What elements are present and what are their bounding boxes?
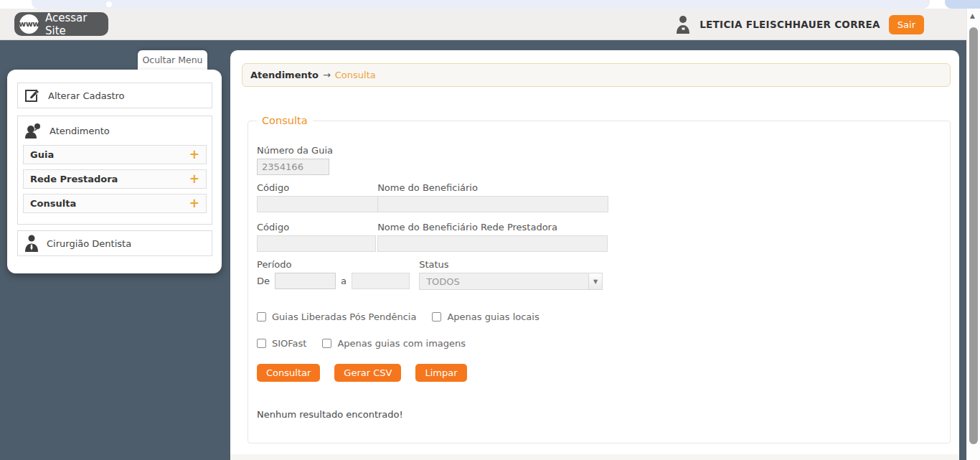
codigo-rede-label: Código <box>257 222 374 233</box>
panel-bottom-strip <box>230 454 959 460</box>
sidebar-item-label: Cirurgião Dentista <box>47 238 131 249</box>
limpar-button[interactable]: Limpar <box>415 364 466 382</box>
nome-beneficiario-input[interactable] <box>377 196 608 212</box>
numero-guia-input[interactable] <box>257 159 329 175</box>
page-scrollbar[interactable]: ▲ <box>966 9 980 460</box>
sidebar-item-consulta[interactable]: Consulta + <box>23 194 207 213</box>
favicon-dot <box>106 1 112 7</box>
apenas-guias-imagens-label: Apenas guias com imagens <box>337 338 466 349</box>
sidebar-item-rede-prestadora[interactable]: Rede Prestadora + <box>23 169 207 189</box>
scrollbar-up-arrow-icon[interactable]: ▲ <box>970 12 975 19</box>
nome-beneficiario-label: Nome do Beneficiário <box>377 182 608 193</box>
logout-button[interactable]: Sair <box>889 15 924 34</box>
accordion-label: Guia <box>30 149 54 160</box>
chevron-down-icon[interactable]: ▼ <box>588 273 602 289</box>
breadcrumb-arrow-icon: → <box>323 70 331 80</box>
sidebar-group-label: Atendimento <box>50 126 110 136</box>
status-select[interactable]: TODOS ▼ <box>419 273 603 290</box>
main-content-panel: Atendimento → Consulta Consulta Número d… <box>230 50 959 460</box>
breadcrumb-current[interactable]: Consulta <box>335 70 376 80</box>
checkbox-row-1: Guias Liberadas Pós Pendência Apenas gui… <box>257 311 550 322</box>
sidebar-item-atendimento[interactable]: Atendimento <box>18 116 212 145</box>
accordion-label: Consulta <box>30 198 76 209</box>
access-site-label: Acessar Site <box>45 11 108 37</box>
periodo-a-label: a <box>341 276 347 286</box>
rede-prestadora-row: Código Nome do Beneficiário Rede Prestad… <box>257 222 608 252</box>
action-buttons: Consultar Gerar CSV Limpar <box>257 364 467 382</box>
periodo-de-label: De <box>257 276 270 286</box>
sidebar-item-guia[interactable]: Guia + <box>23 145 207 164</box>
breadcrumb-section: Atendimento <box>250 70 319 80</box>
dentist-icon <box>24 235 39 252</box>
user-icon <box>675 15 691 34</box>
beneficiario-row: Código Nome do Beneficiário <box>257 182 608 212</box>
siofast-checkbox[interactable] <box>257 339 266 348</box>
edit-icon <box>24 88 40 103</box>
plus-icon[interactable]: + <box>189 197 199 210</box>
codigo-label: Código <box>257 182 374 193</box>
guias-liberadas-checkbox[interactable] <box>257 312 266 321</box>
accordion-label: Rede Prestadora <box>30 174 118 184</box>
periodo-a-input[interactable] <box>352 273 410 289</box>
plus-icon[interactable]: + <box>189 173 199 185</box>
numero-guia-group: Número da Guia <box>257 145 333 175</box>
apenas-guias-imagens-checkbox[interactable] <box>322 339 331 348</box>
status-label: Status <box>419 259 603 270</box>
logged-user-name: LETICIA FLEISCHHAUER CORREA <box>699 19 880 30</box>
app-body: Ocultar Menu Alterar Cadastro <box>0 40 966 460</box>
scrollbar-thumb[interactable] <box>969 27 978 444</box>
fieldset-legend: Consulta <box>257 115 313 126</box>
codigo-rede-input[interactable] <box>257 235 376 252</box>
top-header: www Acessar Site LETICIA FLEISCHHAUER CO… <box>0 9 966 40</box>
consulta-fieldset: Consulta Número da Guia Código Nome do B… <box>248 115 951 443</box>
nome-rede-input[interactable] <box>377 235 608 252</box>
user-area: LETICIA FLEISCHHAUER CORREA Sair <box>675 9 924 40</box>
browser-profile-fragment <box>945 0 980 9</box>
result-message: Nenhum resultado encontrado! <box>257 409 403 420</box>
checkbox-row-2: SIOFast Apenas guias com imagens <box>257 338 476 349</box>
apenas-guias-locais-checkbox[interactable] <box>432 312 441 321</box>
www-icon: www <box>19 14 39 34</box>
browser-chrome-strip <box>0 0 980 9</box>
codigo-beneficiario-input[interactable] <box>257 196 379 212</box>
siofast-label: SIOFast <box>272 338 306 349</box>
address-bar-fragment <box>32 0 930 9</box>
numero-guia-label: Número da Guia <box>257 145 333 156</box>
guias-liberadas-label: Guias Liberadas Pós Pendência <box>272 311 416 322</box>
nome-rede-label: Nome do Beneficiário Rede Prestadora <box>377 222 608 233</box>
access-site-button[interactable]: www Acessar Site <box>14 12 108 36</box>
gerar-csv-button[interactable]: Gerar CSV <box>334 364 401 382</box>
status-selected-value: TODOS <box>420 276 460 287</box>
plus-icon[interactable]: + <box>189 149 199 161</box>
hide-menu-tab[interactable]: Ocultar Menu <box>138 50 207 70</box>
sidebar-item-label: Alterar Cadastro <box>48 90 125 101</box>
periodo-de-input[interactable] <box>275 273 336 289</box>
sidebar-item-cirurgiao-dentista[interactable]: Cirurgião Dentista <box>17 230 212 256</box>
apenas-guias-locais-label: Apenas guias locais <box>447 311 539 322</box>
sidebar-menu-panel: Alterar Cadastro Atendimento Guia + <box>7 70 222 273</box>
periodo-status-row: Período De a Status TODOS ▼ <box>257 259 603 290</box>
breadcrumb: Atendimento → Consulta <box>242 63 951 87</box>
sidebar-item-alterar-cadastro[interactable]: Alterar Cadastro <box>17 83 212 108</box>
consultar-button[interactable]: Consultar <box>257 364 320 382</box>
sidebar-group-atendimento: Atendimento Guia + Rede Prestadora + Con… <box>17 116 212 225</box>
periodo-label: Período <box>257 259 407 270</box>
people-icon <box>24 123 42 139</box>
